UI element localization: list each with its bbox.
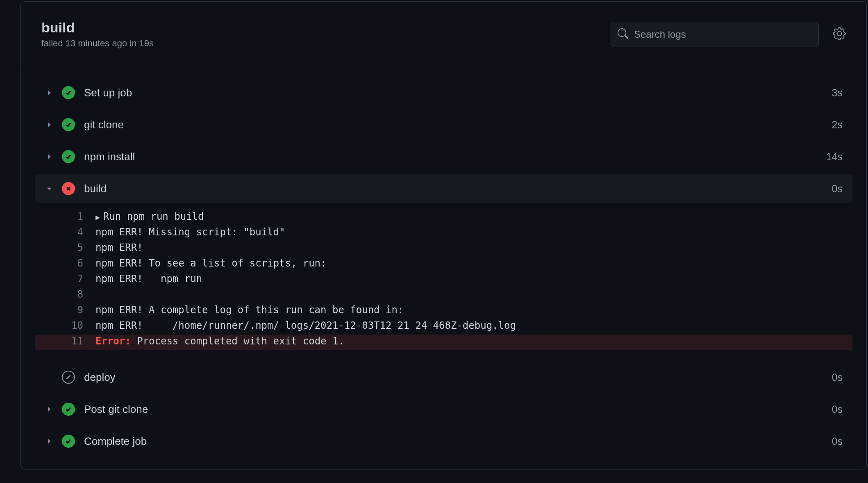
step-duration: 0s xyxy=(832,403,843,415)
line-text: npm ERR! /home/runner/.npm/_logs/2021-12… xyxy=(87,320,840,331)
check-icon xyxy=(62,86,75,99)
log-line[interactable]: 4npm ERR! Missing script: "build" xyxy=(35,226,852,241)
step-name: git clone xyxy=(84,118,832,131)
step-duration: 0s xyxy=(832,183,843,195)
step-row[interactable]: Post git clone0s xyxy=(35,394,852,424)
step-name: build xyxy=(84,182,832,195)
step-row[interactable]: git clone2s xyxy=(35,110,852,139)
chevron-down-icon xyxy=(43,185,55,192)
search-icon xyxy=(618,28,628,41)
line-number: 6 xyxy=(35,257,87,269)
chevron-right-icon xyxy=(43,89,55,96)
svg-line-2 xyxy=(67,376,70,379)
step-row[interactable]: Set up job3s xyxy=(35,78,852,107)
job-subtitle: failed 13 minutes ago in 19s xyxy=(41,38,154,49)
step-name: Set up job xyxy=(84,87,832,99)
log-line[interactable]: 9npm ERR! A complete log of this run can… xyxy=(35,303,852,319)
check-icon xyxy=(62,435,75,448)
settings-button[interactable] xyxy=(830,25,848,44)
log-output: 1▶Run npm run build4npm ERR! Missing scr… xyxy=(35,203,852,360)
line-number: 9 xyxy=(35,304,87,316)
gear-icon xyxy=(833,27,846,41)
line-number: 7 xyxy=(35,273,87,285)
check-icon xyxy=(62,150,75,163)
log-line[interactable]: 8 xyxy=(35,288,852,303)
log-line[interactable]: 11Error: Process completed with exit cod… xyxy=(35,335,852,350)
line-number: 8 xyxy=(35,289,87,300)
line-text: npm ERR! A complete log of this run can … xyxy=(87,304,840,316)
step-row[interactable]: build0s xyxy=(35,174,852,203)
chevron-right-icon xyxy=(43,437,55,445)
search-input[interactable] xyxy=(634,29,811,40)
disclosure-triangle-icon[interactable]: ▶ xyxy=(95,213,100,221)
step-row[interactable]: deploy0s xyxy=(35,362,852,392)
line-number: 4 xyxy=(35,226,87,238)
step-duration: 0s xyxy=(832,435,843,447)
log-line[interactable]: 5npm ERR! xyxy=(35,241,852,257)
step-name: deploy xyxy=(84,371,832,384)
step-duration: 3s xyxy=(832,87,843,99)
job-header: build failed 13 minutes ago in 19s xyxy=(21,2,866,67)
step-name: npm install xyxy=(84,150,826,163)
line-number: 10 xyxy=(35,320,87,331)
log-line[interactable]: 6npm ERR! To see a list of scripts, run: xyxy=(35,257,852,272)
line-text: npm ERR! To see a list of scripts, run: xyxy=(87,257,840,269)
line-text: npm ERR! xyxy=(87,242,840,253)
chevron-right-icon xyxy=(43,406,55,413)
line-text: ▶Run npm run build xyxy=(87,211,840,222)
line-number: 1 xyxy=(35,211,87,222)
skip-icon xyxy=(62,371,75,384)
check-icon xyxy=(62,403,75,416)
step-duration: 2s xyxy=(832,119,843,131)
step-name: Post git clone xyxy=(84,403,832,416)
steps-list: Set up job3sgit clone2snpm install14sbui… xyxy=(21,67,866,469)
step-name: Complete job xyxy=(84,435,832,448)
chevron-right-icon xyxy=(43,153,55,160)
chevron-right-icon xyxy=(43,121,55,128)
check-icon xyxy=(62,118,75,131)
log-line[interactable]: 7npm ERR! npm run xyxy=(35,272,852,288)
log-line[interactable]: 1▶Run npm run build xyxy=(35,210,852,226)
line-text: npm ERR! Missing script: "build" xyxy=(87,226,840,238)
line-number: 11 xyxy=(35,335,87,347)
step-row[interactable]: npm install14s xyxy=(35,142,852,171)
job-title: build xyxy=(41,20,154,36)
search-box[interactable] xyxy=(610,22,819,47)
step-duration: 0s xyxy=(832,371,843,383)
line-text: Error: Process completed with exit code … xyxy=(87,335,840,347)
step-row[interactable]: Complete job0s xyxy=(35,426,852,456)
log-line[interactable]: 10npm ERR! /home/runner/.npm/_logs/2021-… xyxy=(35,319,852,335)
job-panel: build failed 13 minutes ago in 19s Set u… xyxy=(20,1,867,469)
line-number: 5 xyxy=(35,242,87,253)
x-icon xyxy=(62,182,75,195)
step-duration: 14s xyxy=(826,151,843,163)
line-text: npm ERR! npm run xyxy=(87,273,840,285)
